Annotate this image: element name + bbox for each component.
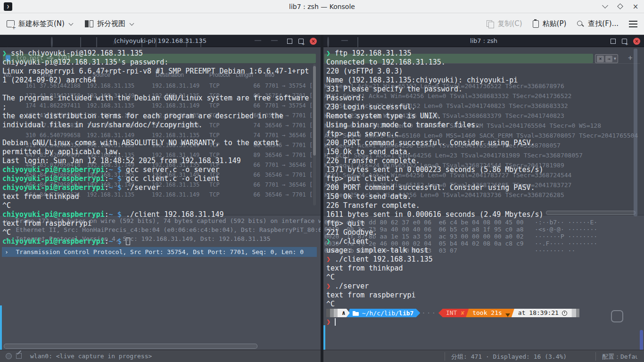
terminal-text: Name (192.168.31.135:chiyoyuki): chiyoyu… (326, 76, 518, 84)
terminal-text: ftp> put client.c (326, 174, 399, 183)
terminal-text: ./client 192.168.31.135 (335, 255, 433, 263)
terminal-text: 1611 bytes sent in 0.000616 seconds (2.4… (326, 210, 544, 219)
terminal-text: the exact distribution terms for each pr… (2, 112, 283, 120)
path-segment: ~/h/c/lib/lib7 (347, 309, 421, 317)
terminal-text: ❯ (326, 282, 335, 290)
terminal-text: Linux raspberrypi 6.6.47+rpt-rpi-v8 #1 S… (2, 67, 309, 75)
find-button[interactable]: 查找(F)... (577, 19, 619, 28)
terminal-text (113, 165, 117, 174)
terminal-line: chiyoyuki-pi@raspberrypi:~ $ ./server (2, 183, 160, 192)
terminal-text: 230 Login successful. (326, 103, 416, 111)
hamburger-menu-button[interactable] (629, 21, 637, 27)
terminal-text: chiyoyuki-pi@raspberrypi (2, 165, 105, 174)
terminal-line: ❯ ./server (326, 282, 369, 291)
pane-maximize-icon[interactable] (611, 39, 616, 44)
pane-maximize-icon[interactable] (287, 39, 292, 44)
terminal-line: ^C (326, 300, 335, 309)
terminal-line: ❯ ./client (326, 237, 369, 246)
terminal-text: 226 Transfer complete. (326, 201, 420, 210)
terminal-line: chiyoyuki-pi@raspberrypi:~ $ gcc server.… (2, 165, 220, 174)
terminal-line: 226 Transfer complete. (326, 156, 420, 165)
terminal-cursor (126, 238, 130, 245)
close-icon: × (632, 3, 639, 10)
chevron-down-icon (68, 21, 73, 25)
terminal-text: ssh chiyoyuki-pi@192.168.31.135 (11, 49, 143, 58)
prompt-pad (334, 309, 338, 317)
paste-label: 粘贴(P) (543, 19, 567, 28)
terminal-line: 1611 bytes sent in 0.000616 seconds (2.4… (326, 210, 544, 219)
terminal-line: usage: simplex-talk host (326, 246, 429, 255)
maximize-button[interactable] (617, 3, 624, 10)
terminal-text: $ (117, 174, 122, 183)
terminal-text: : (105, 165, 109, 174)
pane-header-left: × (chiyoyuki-pi) 192.168.31.135 × (0, 35, 321, 47)
terminal-pane-left: × (chiyoyuki-pi) 192.168.31.135 × tcp.po… (0, 35, 321, 362)
terminal-text: ./server (335, 282, 369, 290)
paste-icon (533, 20, 539, 28)
terminal-line: 220 (vsFTPd 3.0.3) (326, 67, 403, 76)
paste-button[interactable]: 粘贴(P) (533, 19, 567, 28)
terminal-text: ftp 192.168.31.135 (335, 49, 412, 58)
copy-icon (487, 20, 494, 27)
terminal-line: chiyoyuki-pi@raspberrypi:~ $ ./client 19… (2, 210, 224, 219)
search-icon (577, 20, 584, 28)
terminal-text: 226 Transfer complete. (326, 156, 420, 165)
find-label: 查找(F)... (588, 19, 619, 28)
terminal-line: 221 Goodbye. (326, 228, 377, 237)
terminal-text: Remote system type is UNIX. (326, 112, 441, 120)
pane-detach-icon[interactable] (622, 39, 627, 44)
hourglass-icon (505, 313, 510, 317)
terminal-line: chiyoyuki-pi@192.168.31.135's password: (2, 58, 168, 67)
terminal-text: 331 Please specify the password. (326, 85, 462, 93)
copy-button[interactable]: 复制(C) (487, 19, 522, 28)
new-tab-icon (7, 20, 15, 27)
terminal-screen-right[interactable]: × → ▼ + K] Seq=1 Ack=21 Win=65152 Len=0 … (323, 47, 644, 362)
duration-segment: took 21s (466, 309, 515, 317)
prompt-pad (326, 309, 330, 317)
pane-close-icon[interactable]: × (633, 38, 640, 45)
maximize-icon (617, 3, 623, 9)
terminal-cursor (335, 318, 336, 326)
pane-title-left: (chiyoyuki-pi) 192.168.31.135 (0, 35, 321, 47)
chevron-down-icon (129, 21, 134, 25)
close-button[interactable]: × (632, 3, 639, 10)
terminal-line: text from thinkpad (2, 192, 79, 201)
terminal-text (113, 237, 117, 246)
terminal-text: ; (2, 103, 7, 111)
terminal-text: 1 (2024-09-02) aarch64 (2, 76, 96, 84)
terminal-line: ftp> put server.c (326, 130, 399, 139)
terminal-line: ^C (326, 273, 335, 282)
terminal-line: text from raspberrypi (2, 219, 92, 228)
prompt-pad (576, 309, 579, 317)
terminal-text: ~ (109, 165, 113, 174)
terminal-text: text from thinkpad (2, 192, 79, 201)
terminal-line: ❯ (326, 318, 336, 327)
terminal-line: 1 (2024-09-02) aarch64 (2, 76, 96, 85)
terminal-line: 200 PORT command successful. Consider us… (326, 139, 535, 148)
new-tab-button[interactable]: 新建标签页(N) (7, 19, 73, 28)
terminal-line: Name (192.168.31.135:chiyoyuki): chiyoyu… (326, 76, 518, 85)
terminal-line: text from raspberrypi (326, 291, 416, 300)
terminal-line: ; (2, 103, 7, 112)
terminal-line: the exact distribution terms for each pr… (2, 112, 283, 121)
terminal-screen-left[interactable]: tcp.port == 7701 No.TimeSourceDestinatio… (0, 47, 321, 362)
terminal-line: Debian GNU/Linux comes with ABSOLUTELY N… (2, 139, 279, 148)
terminal-text: Using binary mode to transfer files. (326, 121, 479, 129)
window-title: lib7 : zsh — Konsole (0, 0, 644, 13)
terminal-text: ./client (335, 237, 369, 246)
terminal-text: 1371 bytes sent in 0.000223 seconds (5.8… (326, 165, 544, 174)
terminal-line: individual files in /usr/share/doc/*/cop… (2, 121, 202, 130)
terminal-line: chiyoyuki-pi@raspberrypi:~ $ (2, 237, 130, 246)
terminal-text: ftp> quit (326, 219, 364, 228)
terminal-text: : (105, 210, 109, 219)
terminal-text: ^C (2, 228, 11, 237)
pane-detach-icon[interactable] (298, 39, 304, 44)
terminal-text: gcc client.c -o client (122, 174, 220, 183)
minimize-button[interactable] (602, 3, 609, 10)
pane-close-icon[interactable]: × (310, 38, 317, 45)
split-view-button[interactable]: 拆分视图 (85, 19, 133, 28)
terminal-text: ~ (109, 174, 113, 183)
terminal-text: text from raspberrypi (326, 291, 416, 299)
pane-header-right: lib7 : zsh × (323, 35, 644, 47)
terminal-text: usage: simplex-talk host (326, 246, 429, 255)
